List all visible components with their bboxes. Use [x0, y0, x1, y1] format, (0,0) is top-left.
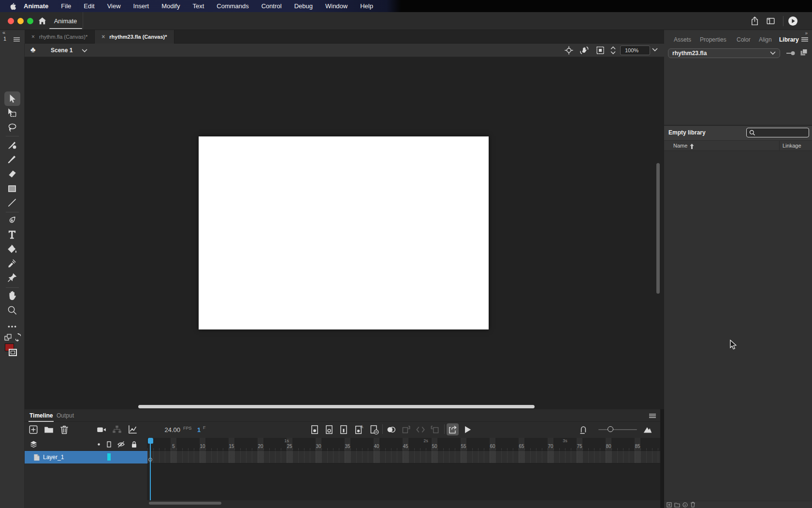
zoom-tool[interactable] [7, 305, 17, 315]
menu-item-window[interactable]: Window [319, 2, 354, 10]
zoom-level-select[interactable]: 100% [620, 45, 650, 55]
library-search-input[interactable] [746, 128, 809, 137]
pen-tool[interactable] [7, 215, 17, 225]
center-frame-icon[interactable] [578, 424, 589, 435]
expand-panel-icon[interactable]: » [805, 30, 807, 36]
layer-frame-strip[interactable] [147, 451, 660, 463]
tab-color[interactable]: Color [737, 36, 751, 43]
sort-ascending-icon[interactable] [690, 144, 694, 149]
test-movie-play-icon[interactable] [788, 16, 798, 26]
clip-content-icon[interactable] [595, 45, 605, 55]
tab-timeline[interactable]: Timeline [29, 412, 53, 419]
pin-library-icon[interactable] [786, 50, 796, 56]
layer-row[interactable]: Layer_1 [25, 451, 660, 463]
paste-frames-forward-icon[interactable] [430, 424, 440, 435]
line-tool[interactable] [7, 197, 17, 208]
onion-skin-icon[interactable] [386, 424, 396, 435]
zoom-chevron-icon[interactable] [652, 48, 658, 52]
vertical-scrollbar[interactable] [656, 163, 660, 294]
collapse-toolbar-icon[interactable]: « [2, 30, 5, 35]
panel-menu-icon[interactable] [801, 37, 808, 42]
document-tab-rhythm23[interactable]: × rhythm23.fla (Canvas)* [95, 30, 174, 44]
free-transform-tool[interactable] [7, 108, 17, 119]
tab-assets[interactable]: Assets [674, 36, 691, 43]
paint-bucket-tool[interactable] [7, 244, 17, 254]
scene-breadcrumb[interactable]: Scene 1 [51, 47, 72, 54]
layer-row-header[interactable]: Layer_1 [25, 451, 147, 463]
new-library-panel-icon[interactable] [800, 48, 808, 57]
edit-multiple-frames-icon[interactable] [415, 424, 426, 435]
timeline-ruler[interactable]: 5101520253035404550556065707580851s2s3s [147, 438, 660, 451]
asset-warp-pin-tool[interactable] [7, 272, 17, 283]
layer-list-empty-area[interactable] [25, 463, 147, 500]
rectangle-tool[interactable] [7, 183, 17, 194]
insert-frame-icon[interactable] [338, 424, 349, 435]
horizontal-scrollbar[interactable] [138, 405, 535, 408]
classic-brush-tool[interactable] [7, 154, 17, 164]
resize-timeline-icon[interactable] [642, 424, 653, 435]
playhead[interactable] [148, 438, 153, 444]
layer-parenting-icon[interactable] [112, 424, 122, 435]
highlight-layers-icon[interactable] [95, 440, 103, 448]
apple-icon[interactable] [10, 2, 17, 10]
home-icon[interactable] [38, 16, 47, 26]
timeline-menu-icon[interactable] [649, 414, 656, 418]
scene-chevron-icon[interactable] [82, 49, 87, 53]
lock-layers-icon[interactable] [130, 440, 138, 448]
selection-tool[interactable] [7, 93, 17, 104]
frame-grid-empty-area[interactable] [147, 463, 660, 500]
close-tab-icon[interactable]: × [102, 33, 105, 40]
delete-layer-icon[interactable] [59, 424, 70, 435]
layers-stack-icon[interactable] [29, 440, 38, 448]
fps-value[interactable]: 24.00 [159, 426, 180, 433]
timeline-zoom-slider-track[interactable] [598, 429, 637, 430]
play-icon[interactable] [462, 424, 473, 435]
column-header-name[interactable]: Name [673, 143, 687, 149]
layer-name[interactable]: Layer_1 [43, 454, 64, 461]
new-folder-icon[interactable] [674, 502, 680, 508]
menu-item-modify[interactable]: Modify [155, 2, 186, 10]
menu-item-text[interactable]: Text [186, 2, 210, 10]
close-window-button[interactable] [8, 18, 14, 24]
workspace-tab-animate[interactable]: Animate [48, 12, 83, 30]
more-tools-icon[interactable] [7, 321, 17, 332]
timeline-zoom-slider-knob[interactable] [608, 426, 613, 432]
eyedropper-tool[interactable] [7, 258, 17, 269]
stage[interactable] [199, 136, 489, 329]
menu-item-file[interactable]: File [55, 2, 77, 10]
menu-item-commands[interactable]: Commands [210, 2, 255, 10]
menu-item-debug[interactable]: Debug [288, 2, 319, 10]
insert-keyframe-icon[interactable] [309, 424, 320, 435]
column-header-linkage[interactable]: Linkage [783, 143, 801, 149]
timeline-horizontal-scrollbar[interactable] [149, 502, 221, 505]
item-properties-icon[interactable] [682, 502, 688, 508]
hand-tool[interactable] [7, 290, 17, 301]
menu-item-animate[interactable]: Animate [17, 2, 55, 10]
share-icon[interactable] [750, 16, 760, 26]
auto-keyframe-icon[interactable]: A [354, 424, 364, 435]
minimize-window-button[interactable] [17, 18, 24, 24]
delete-item-icon[interactable] [690, 502, 696, 508]
menu-item-help[interactable]: Help [354, 2, 379, 10]
text-tool[interactable] [7, 229, 17, 239]
current-frame-value[interactable]: 1 [197, 426, 201, 433]
menu-item-insert[interactable]: Insert [127, 2, 156, 10]
menu-item-edit[interactable]: Edit [77, 2, 101, 10]
document-tab-rhythm[interactable]: × rhythm.fla (Canvas)* [25, 30, 95, 44]
close-tab-icon[interactable]: × [31, 33, 35, 40]
canvas-area[interactable] [25, 57, 664, 409]
hide-layers-icon[interactable] [117, 440, 125, 448]
paste-frames-back-icon[interactable] [401, 424, 411, 435]
new-folder-layer-icon[interactable] [44, 424, 54, 435]
library-item-list[interactable] [664, 151, 812, 501]
outline-mode-icon[interactable] [105, 440, 113, 448]
tab-library[interactable]: Library [779, 36, 799, 43]
graph-editor-icon[interactable] [127, 424, 138, 435]
tab-output[interactable]: Output [57, 412, 74, 419]
fluid-brush-tool[interactable] [7, 139, 17, 150]
insert-blank-keyframe-icon[interactable] [324, 424, 334, 435]
menu-item-control[interactable]: Control [255, 2, 288, 10]
new-symbol-icon[interactable] [667, 502, 672, 508]
zoom-window-button[interactable] [27, 18, 33, 24]
column-divider[interactable] [779, 141, 780, 151]
